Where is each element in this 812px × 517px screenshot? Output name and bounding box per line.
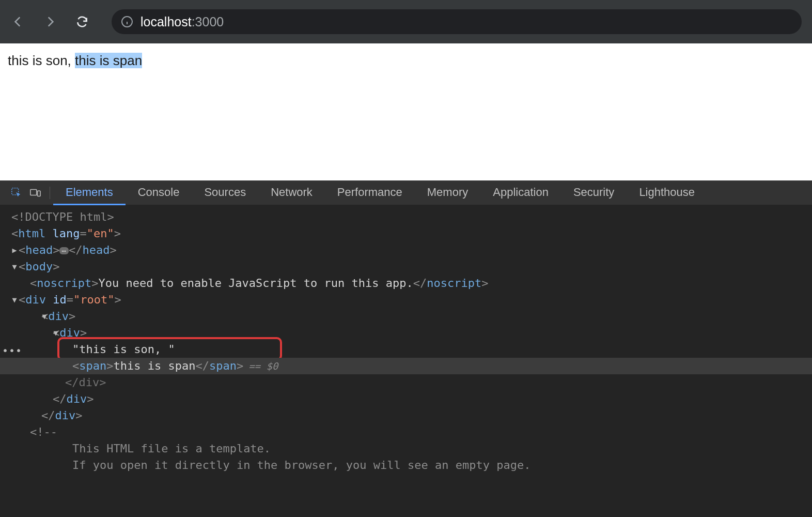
devtools-tabs: Elements Console Sources Network Perform… [0, 180, 812, 205]
url-port: :3000 [192, 14, 224, 29]
tab-memory[interactable]: Memory [415, 181, 480, 205]
svg-rect-5 [38, 191, 41, 196]
collapse-triangle-icon[interactable] [53, 325, 59, 341]
page-text-highlighted: this is span [75, 53, 142, 68]
inspect-element-icon[interactable] [7, 181, 26, 205]
page-text: this is son, [8, 53, 75, 68]
tab-lighthouse[interactable]: Lighthouse [627, 181, 707, 205]
back-button[interactable] [10, 14, 26, 29]
dom-line[interactable]: <!-- [0, 424, 812, 440]
site-info-icon[interactable] [121, 16, 133, 28]
tab-application[interactable]: Application [480, 181, 561, 205]
collapse-triangle-icon[interactable] [41, 308, 48, 325]
browser-toolbar: localhost:3000 [0, 0, 812, 43]
forward-button[interactable] [42, 14, 58, 29]
dom-line-selected[interactable]: <span>this is span</span>== $0 [0, 358, 812, 374]
tab-console[interactable]: Console [126, 181, 192, 205]
divider [50, 187, 50, 199]
dom-line[interactable]: <div> [0, 308, 812, 325]
expand-triangle-icon[interactable] [11, 242, 18, 258]
devtools-panel: Elements Console Sources Network Perform… [0, 180, 812, 517]
tab-performance[interactable]: Performance [325, 181, 415, 205]
device-toolbar-icon[interactable] [26, 181, 44, 205]
tab-elements[interactable]: Elements [53, 181, 126, 205]
collapse-triangle-icon[interactable] [11, 258, 18, 275]
address-bar[interactable]: localhost:3000 [112, 9, 802, 34]
dom-line[interactable]: "this is son, " [0, 341, 812, 358]
dom-line[interactable]: <div> [0, 325, 812, 341]
dom-line[interactable]: <!DOCTYPE html> [0, 209, 812, 225]
page-viewport[interactable]: this is son, this is span [0, 43, 812, 180]
dom-line[interactable]: <body> [0, 258, 812, 275]
url-text: localhost:3000 [140, 14, 224, 29]
dom-line[interactable]: If you open it directly in the browser, … [0, 457, 812, 474]
url-host: localhost [140, 14, 192, 29]
dom-line[interactable]: This HTML file is a template. [0, 440, 812, 457]
dom-line[interactable]: <div id="root"> [0, 292, 812, 308]
dom-line[interactable]: <noscript>You need to enable JavaScript … [0, 275, 812, 292]
dom-line[interactable]: </div> [0, 391, 812, 407]
collapse-triangle-icon[interactable] [11, 292, 18, 308]
svg-rect-4 [30, 190, 37, 195]
collapsed-ellipsis-icon[interactable]: ⋯ [59, 247, 68, 254]
dom-line[interactable]: <head>⋯</head> [0, 242, 812, 258]
dom-line[interactable]: </div> [0, 407, 812, 424]
tab-security[interactable]: Security [561, 181, 627, 205]
tab-sources[interactable]: Sources [192, 181, 258, 205]
dom-line[interactable]: <html lang="en"> [0, 225, 812, 242]
reload-button[interactable] [74, 14, 90, 29]
tab-network[interactable]: Network [258, 181, 325, 205]
dom-line[interactable]: </div> [0, 374, 812, 391]
elements-tree[interactable]: ••• <!DOCTYPE html> <html lang="en"> <he… [0, 205, 812, 517]
